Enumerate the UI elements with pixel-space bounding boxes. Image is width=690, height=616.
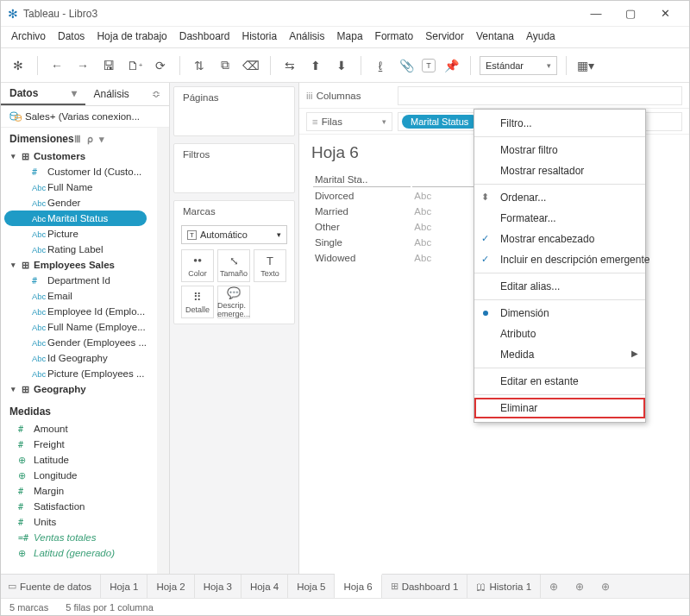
clear-sheet-button[interactable]: ⌫ (241, 55, 261, 76)
field-rating-label[interactable]: AbcRating Label (4, 242, 169, 257)
measure-amount[interactable]: #Amount (4, 421, 169, 437)
measure-freight[interactable]: #Freight (4, 437, 169, 452)
menu-mapa[interactable]: Mapa (337, 30, 363, 42)
field-picture[interactable]: AbcPicture (4, 226, 169, 242)
field-full-name[interactable]: AbcFull Name (4, 179, 169, 195)
menu-item-ordenar-[interactable]: ⬍Ordenar... (474, 187, 645, 208)
menu-item-editar-alias-[interactable]: Editar alias... (474, 276, 645, 297)
sort-asc-button[interactable]: ⬆ (305, 55, 326, 76)
field-gender[interactable]: AbcGender (4, 195, 169, 211)
measure-ventas-totales[interactable]: =#Ventas totales (4, 530, 169, 545)
field-full-name-employe-[interactable]: AbcFull Name (Employe... (4, 319, 169, 335)
tab-datasource[interactable]: ▭Fuente de datos (1, 575, 101, 598)
pages-shelf[interactable]: Páginas (173, 86, 295, 136)
save-button[interactable]: 🖫 (98, 55, 119, 76)
menu-dashboard[interactable]: Dashboard (179, 30, 230, 42)
menu-item-atributo[interactable]: Atributo (474, 324, 645, 344)
show-me-button[interactable]: ▦▾ (575, 55, 596, 76)
new-tab-button-0[interactable]: ⊕ (541, 575, 567, 598)
new-datasource-button[interactable]: 🗋+ (124, 55, 145, 76)
menu-ventana[interactable]: Ventana (476, 30, 514, 42)
filters-shelf[interactable]: Filtros (173, 143, 295, 193)
menu-servidor[interactable]: Servidor (425, 30, 464, 42)
menu-análisis[interactable]: Análisis (289, 30, 324, 42)
pin-button[interactable]: 📌 (441, 55, 461, 76)
new-sheet-button[interactable]: ⇅ (189, 55, 210, 76)
mark-descrip-emerge-[interactable]: 💬Descrip. emerge... (217, 286, 250, 318)
menu-item-eliminar[interactable]: Eliminar (474, 398, 645, 418)
field-customer-id-custo-[interactable]: #Customer Id (Custo... (4, 164, 169, 179)
rows-pill[interactable]: Marital Status (402, 115, 479, 129)
measure-longitude[interactable]: ⊕Longitude (4, 468, 169, 483)
menu-archivo[interactable]: Archivo (11, 30, 46, 42)
table-row[interactable]: OtherAbc (313, 220, 474, 234)
table-row[interactable]: SingleAbc (313, 236, 474, 249)
menu-item-editar-en-estante[interactable]: Editar en estante (474, 371, 645, 392)
back-button[interactable]: ← (47, 55, 67, 76)
new-tab-button-1[interactable]: ⊕ (567, 575, 593, 598)
tab-data[interactable]: Datos▾ (1, 83, 85, 105)
mark-detalle[interactable]: ⠿Detalle (181, 286, 214, 318)
forward-button[interactable]: → (72, 55, 93, 76)
scrollbar[interactable] (157, 128, 169, 574)
menu-item-mostrar-resaltador[interactable]: Mostrar resaltador (474, 160, 645, 181)
duplicate-sheet-button[interactable]: ⧉ (215, 55, 235, 76)
mark-color[interactable]: ⦁⦁Color (181, 249, 214, 282)
menu-item-dimensi-n[interactable]: Dimensión (474, 303, 645, 324)
group-employees-sales[interactable]: ▾⊞ Employees Sales (4, 257, 169, 273)
tab-analysis[interactable]: Análisis≎ (85, 83, 170, 105)
highlight-button[interactable]: ℓ (370, 55, 391, 76)
field-department-id[interactable]: #Department Id (4, 273, 169, 288)
refresh-button[interactable]: ⟳ (150, 55, 171, 76)
menu-ayuda[interactable]: Ayuda (526, 30, 555, 42)
group-button[interactable]: 📎 (396, 55, 417, 76)
tab-hoja-3[interactable]: Hoja 3 (195, 575, 242, 598)
field-marital-status[interactable]: AbcMarital Status (4, 211, 147, 226)
field-employee-id-emplo-[interactable]: AbcEmployee Id (Emplo... (4, 304, 169, 319)
group-geography[interactable]: ▾⊞ Geography (4, 381, 169, 397)
tab-hoja-1[interactable]: Hoja 1 (101, 575, 147, 598)
table-row[interactable]: WidowedAbc (313, 251, 474, 265)
tab-hoja-5[interactable]: Hoja 5 (288, 575, 335, 598)
field-gender-employees-[interactable]: AbcGender (Employees ... (4, 335, 169, 350)
tableau-icon[interactable]: ✻ (8, 55, 28, 76)
menu-item-medida[interactable]: Medida▶ (474, 344, 645, 365)
menu-formato[interactable]: Formato (375, 30, 414, 42)
tab-hoja-6[interactable]: Hoja 6 (335, 574, 381, 598)
close-button[interactable]: ✕ (648, 7, 682, 20)
fit-selector[interactable]: Estándar (480, 56, 557, 75)
menu-historia[interactable]: Historia (242, 30, 277, 42)
menu-item-mostrar-encabezado[interactable]: ✓Mostrar encabezado (474, 229, 645, 249)
new-tab-button-2[interactable]: ⊕ (593, 575, 618, 598)
measure-satisfaction[interactable]: #Satisfaction (4, 499, 169, 514)
measure-margin[interactable]: #Margin (4, 483, 169, 499)
tab-hoja-4[interactable]: Hoja 4 (242, 575, 288, 598)
field-email[interactable]: AbcEmail (4, 288, 169, 304)
marks-type-selector[interactable]: TAutomático (181, 225, 287, 244)
menu-datos[interactable]: Datos (58, 30, 85, 42)
menu-item-incluir-en-descripci-n-emergente[interactable]: ✓Incluir en descripción emergente (474, 249, 645, 270)
measure-latitude[interactable]: ⊕Latitude (4, 452, 169, 468)
columns-shelf[interactable]: iiiColumnas (299, 83, 689, 109)
minimize-button[interactable]: — (579, 7, 613, 20)
tab-story[interactable]: 🕮Historia 1 (467, 575, 541, 598)
field-picture-employees-[interactable]: AbcPicture (Employees ... (4, 366, 169, 381)
measure-latitud-generado-[interactable]: ⊕Latitud (generado) (4, 545, 169, 561)
mark-tama-o[interactable]: ⤡Tamaño (217, 249, 250, 282)
swap-button[interactable]: ⇆ (279, 55, 300, 76)
label-button[interactable]: T (422, 59, 436, 72)
table-row[interactable]: DivorcedAbc (313, 189, 474, 203)
mark-texto[interactable]: TTexto (254, 249, 286, 282)
maximize-button[interactable]: ▢ (613, 7, 648, 20)
tab-dashboard[interactable]: ⊞Dashboard 1 (382, 575, 468, 598)
menu-item-formatear-[interactable]: Formatear... (474, 208, 645, 229)
datasource-item[interactable]: Sales+ (Varias conexion... (1, 106, 169, 128)
table-row[interactable]: MarriedAbc (313, 204, 474, 218)
viz-header[interactable]: Marital Sta.. (313, 173, 411, 187)
group-customers[interactable]: ▾⊞ Customers (4, 148, 169, 164)
menu-item-filtro-[interactable]: Filtro... (474, 113, 645, 134)
menu-item-mostrar-filtro[interactable]: Mostrar filtro (474, 140, 645, 160)
sort-desc-button[interactable]: ⬇ (331, 55, 352, 76)
tab-hoja-2[interactable]: Hoja 2 (147, 575, 194, 598)
measure-units[interactable]: #Units (4, 514, 169, 530)
